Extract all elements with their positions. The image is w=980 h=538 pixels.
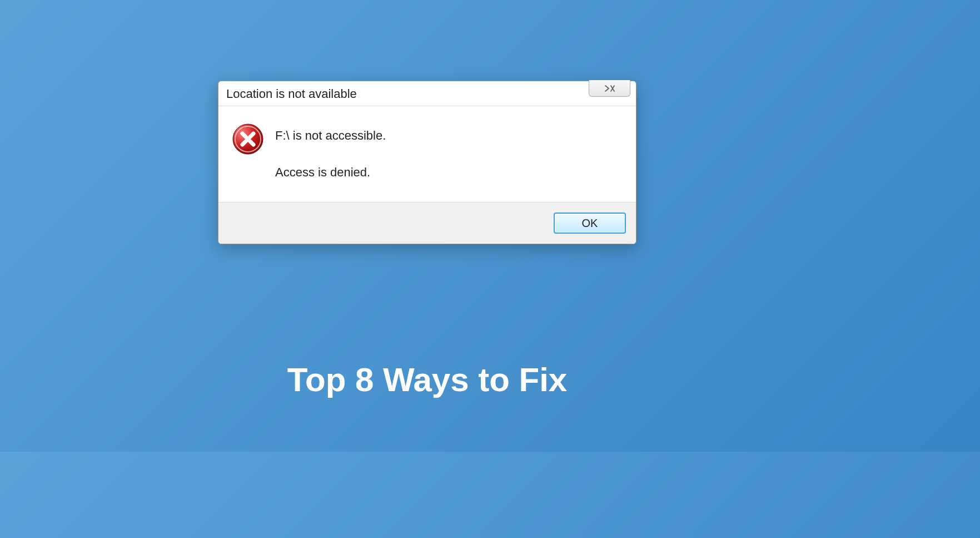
close-icon [603, 85, 616, 92]
page-caption: Top 8 Ways to Fix [0, 361, 854, 399]
error-dialog: Location is not available F:\ is not acc… [218, 81, 636, 244]
message-line-2: Access is denied. [275, 165, 623, 180]
message-block: F:\ is not accessible. Access is denied. [275, 123, 623, 180]
message-line-1: F:\ is not accessible. [275, 129, 623, 143]
close-button[interactable] [589, 80, 630, 97]
dialog-title: Location is not available [226, 87, 357, 101]
dialog-footer: OK [218, 202, 636, 244]
dialog-titlebar: Location is not available [218, 81, 636, 106]
ok-button[interactable]: OK [554, 213, 626, 234]
error-icon [232, 123, 264, 155]
dialog-content: F:\ is not accessible. Access is denied. [218, 106, 636, 202]
